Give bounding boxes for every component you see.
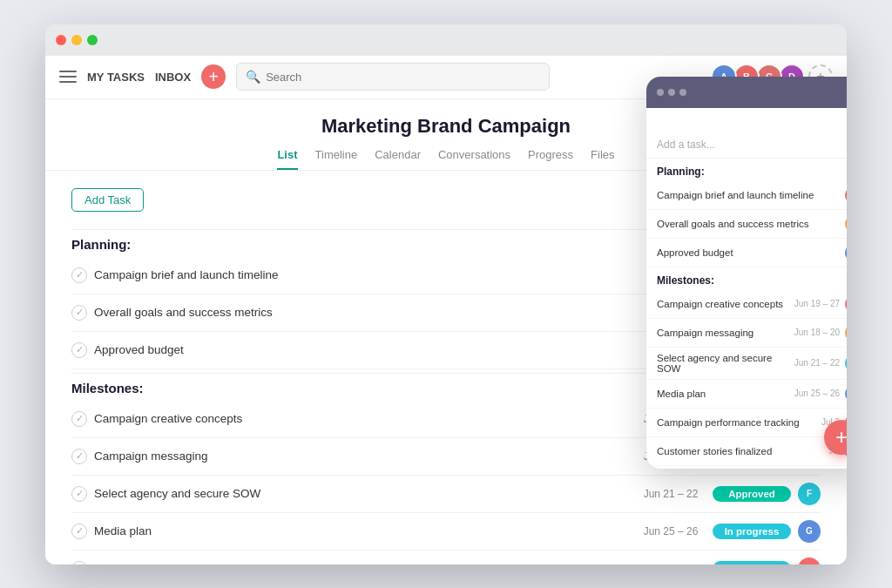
list-item[interactable]: Campaign brief and launch timeline C: [646, 181, 847, 210]
mobile-project-title: Marketing Brand Campaign: [646, 108, 847, 135]
task-name: Campaign performance tracking: [94, 562, 629, 564]
search-bar: 🔍: [236, 63, 550, 91]
task-name: Overall goals and success metrics: [94, 306, 629, 319]
task-checkbox[interactable]: ✓: [71, 267, 87, 283]
task-due: Jun 25 – 26: [636, 525, 706, 537]
avatar: G: [798, 520, 821, 543]
task-name: Campaign creative concepts: [94, 412, 629, 425]
tab-progress[interactable]: Progress: [528, 148, 573, 170]
avatar: E: [845, 244, 847, 261]
task-checkbox[interactable]: ✓: [71, 411, 87, 427]
table-row[interactable]: ✓ Media plan Jun 25 – 26 In progress G: [71, 513, 821, 551]
tab-list[interactable]: List: [277, 148, 297, 170]
task-name: Overall goals and success metrics: [657, 219, 845, 229]
tab-timeline[interactable]: Timeline: [315, 148, 358, 170]
mobile-dot: [657, 89, 664, 96]
task-checkbox[interactable]: ✓: [71, 342, 87, 358]
task-name: Approved budget: [657, 247, 845, 258]
list-item[interactable]: Media plan Jun 25 – 26 G: [646, 380, 847, 409]
task-name: Approved budget: [94, 343, 629, 356]
status-badge: Approved: [713, 486, 791, 502]
list-item[interactable]: Campaign performance tracking Jul 3 H: [646, 409, 847, 437]
task-due: Jun 21 – 22: [794, 358, 840, 368]
hamburger-icon[interactable]: [59, 68, 77, 85]
search-input[interactable]: [266, 71, 540, 84]
task-due: Jul 3: [636, 563, 706, 564]
task-due: Jun 19 – 27: [794, 299, 840, 308]
task-name: Campaign brief and launch timeline: [657, 190, 845, 200]
task-name: Campaign messaging: [94, 449, 629, 463]
avatar: D: [845, 215, 847, 233]
mobile-section-planning: Planning:: [646, 159, 847, 181]
task-name: Select agency and secure SOW: [94, 487, 629, 500]
table-row[interactable]: ✓ Campaign performance tracking Jul 3 In…: [71, 551, 821, 564]
list-item[interactable]: Campaign creative concepts Jun 19 – 27 C: [646, 290, 847, 319]
list-item[interactable]: Customer stories finalized Jul I: [646, 437, 847, 466]
table-row[interactable]: ✓ Select agency and secure SOW Jun 21 – …: [71, 476, 821, 513]
browser-window: MY TASKS INBOX + 🔍 A B C D + Marketing B…: [45, 24, 847, 564]
add-task-button[interactable]: Add Task: [71, 188, 144, 212]
avatar: G: [845, 385, 847, 402]
mobile-section-milestones: Milestones:: [646, 267, 847, 290]
mobile-dot: [679, 89, 686, 96]
nav-my-tasks[interactable]: MY TASKS: [87, 71, 145, 84]
task-checkbox[interactable]: ✓: [71, 561, 87, 564]
task-name: Select agency and secure SOW: [657, 353, 794, 374]
status-badge: In progress: [713, 524, 791, 539]
close-button[interactable]: [56, 35, 66, 45]
add-task-button[interactable]: +: [201, 64, 226, 89]
task-checkbox[interactable]: ✓: [71, 449, 87, 464]
list-item[interactable]: Campaign messaging Jun 18 – 20 D: [646, 319, 847, 348]
mobile-overlay: Marketing Brand Campaign Add a task... P…: [646, 77, 847, 469]
maximize-button[interactable]: [87, 35, 98, 45]
list-item[interactable]: Approved budget E: [646, 239, 847, 267]
avatar: C: [845, 186, 847, 204]
task-name: Media plan: [94, 524, 629, 537]
avatar: F: [845, 355, 847, 372]
task-checkbox[interactable]: ✓: [71, 486, 87, 502]
mobile-add-task[interactable]: Add a task...: [646, 135, 847, 159]
list-item[interactable]: Select agency and secure SOW Jun 21 – 22…: [646, 348, 847, 380]
search-icon: 🔍: [246, 70, 260, 84]
mobile-header: [646, 77, 847, 108]
task-due: Jun 25 – 26: [794, 389, 840, 398]
avatar: D: [845, 324, 847, 341]
task-name: Media plan: [657, 389, 794, 399]
task-due: Jun 21 – 22: [636, 488, 706, 500]
nav-inbox[interactable]: INBOX: [155, 71, 191, 84]
task-name: Customer stories finalized: [657, 446, 828, 456]
status-badge: In progress: [713, 561, 791, 564]
avatar: F: [798, 483, 821, 505]
task-name: Campaign performance tracking: [657, 417, 821, 428]
task-name: Campaign messaging: [657, 328, 794, 338]
task-name: Campaign creative concepts: [657, 299, 794, 309]
task-name: Campaign brief and launch timeline: [94, 268, 629, 281]
tab-files[interactable]: Files: [591, 148, 614, 170]
avatar: C: [845, 295, 847, 313]
task-checkbox[interactable]: ✓: [71, 524, 87, 539]
tab-calendar[interactable]: Calendar: [375, 148, 421, 170]
task-checkbox[interactable]: ✓: [71, 305, 87, 321]
tab-conversations[interactable]: Conversations: [438, 148, 510, 170]
minimize-button[interactable]: [71, 35, 82, 45]
titlebar: [45, 24, 847, 56]
list-item[interactable]: Overall goals and success metrics D: [646, 210, 847, 239]
mobile-dot: [668, 89, 675, 96]
avatar: H: [798, 558, 821, 564]
task-due: Jun 18 – 20: [794, 328, 840, 337]
